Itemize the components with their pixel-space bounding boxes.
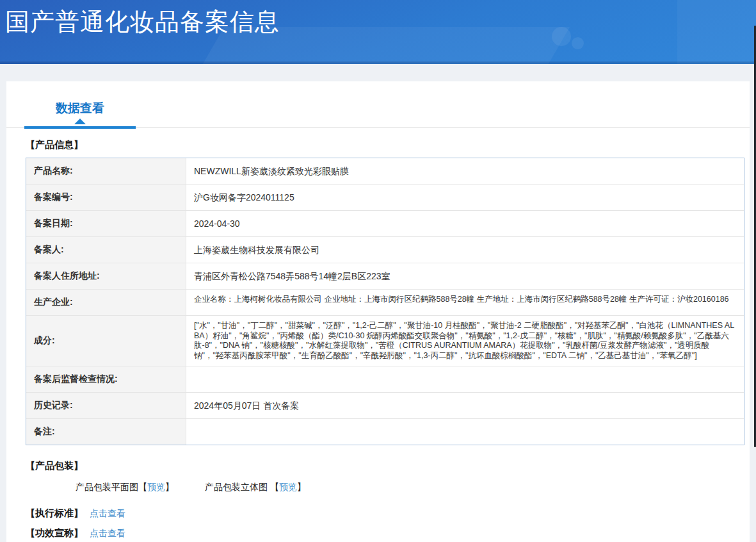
- row-filing-number-label: 备案编号:: [26, 185, 186, 210]
- tab-bar: 数据查看: [6, 81, 750, 128]
- section-standard-title: 【执行标准】: [26, 507, 83, 520]
- section-packaging-title: 【产品包装】: [26, 460, 750, 472]
- tab-active-arrow-icon: [74, 119, 86, 124]
- row-history-label: 历史记录:: [26, 393, 186, 418]
- content-card: 数据查看 【产品信息】 产品名称: NEWZWILL新姿葳淡纹紧致光彩眼贴膜 备…: [6, 81, 750, 542]
- banner-decoration-circle-small: [572, 37, 584, 49]
- page-header: 国产普通化妆品备案信息: [0, 0, 756, 64]
- bracket-open: 【: [138, 482, 147, 492]
- row-manufacturer-label: 生产企业:: [26, 290, 186, 315]
- bracket-close: 】: [297, 482, 306, 492]
- efficacy-view-link[interactable]: 点击查看: [90, 528, 125, 539]
- row-history: 历史记录: 2024年05月07日 首次备案: [26, 393, 744, 419]
- row-history-value: 2024年05月07日 首次备案: [186, 393, 744, 418]
- section-product-info-title: 【产品信息】: [26, 139, 750, 151]
- row-remarks-value: [186, 419, 744, 445]
- packaging-stereo-item: 产品包装立体图 【预览】: [205, 482, 306, 493]
- row-remarks: 备注:: [26, 419, 744, 445]
- tab-data-view[interactable]: 数据查看: [24, 100, 136, 129]
- row-ingredients: 成分: ["水"，"甘油"，"丁二醇"，"甜菜碱"，"泛醇"，"1,2-己二醇"…: [26, 316, 744, 366]
- packaging-stereo-label: 产品包装立体图: [205, 482, 270, 492]
- row-filer-address-label: 备案人住所地址:: [26, 263, 186, 289]
- row-filer-address-value: 青浦区外青松公路7548弄588号14幢2层B区223室: [186, 263, 744, 289]
- row-filer-address: 备案人住所地址: 青浦区外青松公路7548弄588号14幢2层B区223室: [26, 263, 744, 290]
- row-ingredients-label: 成分:: [26, 316, 186, 366]
- row-filing-number: 备案编号: 沪G妆网备字2024011125: [26, 185, 744, 211]
- packaging-flat-preview-link[interactable]: 预览: [147, 482, 165, 492]
- row-filer: 备案人: 上海姿葳生物科技发展有限公司: [26, 237, 744, 263]
- row-product-name: 产品名称: NEWZWILL新姿葳淡纹紧致光彩眼贴膜: [26, 158, 744, 185]
- bracket-close: 】: [165, 482, 174, 492]
- section-efficacy-title: 【功效宣称】: [26, 527, 83, 539]
- product-info-table: 产品名称: NEWZWILL新姿葳淡纹紧致光彩眼贴膜 备案编号: 沪G妆网备字2…: [26, 158, 744, 445]
- packaging-flat-item: 产品包装平面图【预览】: [76, 482, 174, 493]
- packaging-stereo-preview-link[interactable]: 预览: [279, 482, 297, 492]
- row-filing-date: 备案日期: 2024-04-30: [26, 211, 744, 237]
- packaging-flat-label: 产品包装平面图: [76, 482, 138, 492]
- standard-row: 【执行标准】 点击查看: [26, 507, 750, 520]
- row-remarks-label: 备注:: [26, 419, 186, 445]
- packaging-row: 产品包装平面图【预览】 产品包装立体图 【预览】: [76, 482, 750, 493]
- row-ingredients-value: ["水"，"甘油"，"丁二醇"，"甜菜碱"，"泛醇"，"1,2-己二醇"，"聚甘…: [186, 316, 744, 366]
- row-filing-number-value: 沪G妆网备字2024011125: [186, 185, 744, 210]
- row-filer-label: 备案人:: [26, 237, 186, 263]
- row-post-filing-inspection-value: [186, 366, 744, 392]
- tab-data-view-label: 数据查看: [56, 101, 104, 115]
- page-title: 国产普通化妆品备案信息: [0, 0, 756, 38]
- row-post-filing-inspection: 备案后监督检查情况:: [26, 366, 744, 393]
- row-filing-date-value: 2024-04-30: [186, 211, 744, 236]
- row-product-name-label: 产品名称:: [26, 158, 186, 184]
- row-manufacturer: 生产企业: 企业名称：上海柯树化妆品有限公司 企业地址：上海市闵行区纪鹤路588…: [26, 290, 744, 316]
- row-post-filing-inspection-label: 备案后监督检查情况:: [26, 366, 186, 392]
- page-body: 数据查看 【产品信息】 产品名称: NEWZWILL新姿葳淡纹紧致光彩眼贴膜 备…: [0, 64, 756, 542]
- row-filing-date-label: 备案日期:: [26, 211, 186, 236]
- row-filer-value: 上海姿葳生物科技发展有限公司: [186, 237, 744, 263]
- row-product-name-value: NEWZWILL新姿葳淡纹紧致光彩眼贴膜: [186, 158, 744, 184]
- bracket-open: 【: [270, 482, 279, 492]
- efficacy-row: 【功效宣称】 点击查看: [26, 527, 750, 539]
- standard-view-link[interactable]: 点击查看: [90, 508, 125, 520]
- row-manufacturer-value: 企业名称：上海柯树化妆品有限公司 企业地址：上海市闵行区纪鹤路588号28幢 生…: [186, 290, 744, 315]
